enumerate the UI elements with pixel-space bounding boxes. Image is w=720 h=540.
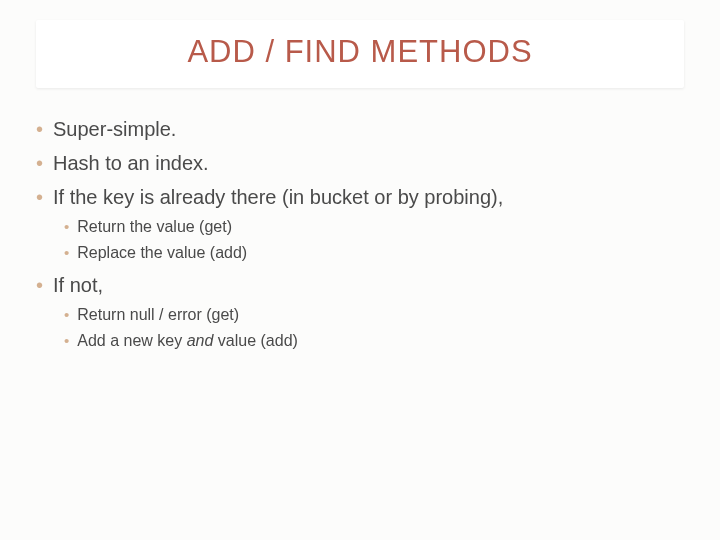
sub-list-item: • Add a new key and value (add) [64, 330, 684, 352]
bullet-text: Hash to an index. [53, 150, 209, 176]
bullet-text: If the key is already there (in bucket o… [53, 184, 503, 210]
bullet-icon: • [36, 184, 43, 210]
sub-bullet-text: Return null / error (get) [77, 304, 239, 326]
list-item: • Hash to an index. [36, 150, 684, 176]
bullet-text: If not, [53, 272, 103, 298]
bullet-icon: • [36, 150, 43, 176]
bullet-icon: • [36, 116, 43, 142]
list-item: • If the key is already there (in bucket… [36, 184, 684, 264]
sub-list: • Return the value (get) • Replace the v… [64, 216, 684, 264]
sub-bullet-text: Replace the value (add) [77, 242, 247, 264]
sub-text-prefix: Add a new key [77, 332, 186, 349]
sub-text-suffix: value (add) [213, 332, 298, 349]
list-item: • If not, • Return null / error (get) • … [36, 272, 684, 352]
sub-list: • Return null / error (get) • Add a new … [64, 304, 684, 352]
slide-title: ADD / FIND METHODS [36, 34, 684, 70]
sub-list-item: • Return the value (get) [64, 216, 684, 238]
sub-bullet-text: Return the value (get) [77, 216, 232, 238]
bullet-icon: • [36, 272, 43, 298]
list-item: • Super-simple. [36, 116, 684, 142]
title-bar: ADD / FIND METHODS [36, 20, 684, 88]
sub-list-item: • Replace the value (add) [64, 242, 684, 264]
bullet-icon: • [64, 216, 69, 238]
sub-text-italic: and [187, 332, 214, 349]
sub-bullet-text: Add a new key and value (add) [77, 330, 298, 352]
bullet-icon: • [64, 330, 69, 352]
bullet-list: • Super-simple. • Hash to an index. • If… [36, 116, 684, 352]
bullet-icon: • [64, 304, 69, 326]
sub-list-item: • Return null / error (get) [64, 304, 684, 326]
bullet-icon: • [64, 242, 69, 264]
bullet-text: Super-simple. [53, 116, 176, 142]
